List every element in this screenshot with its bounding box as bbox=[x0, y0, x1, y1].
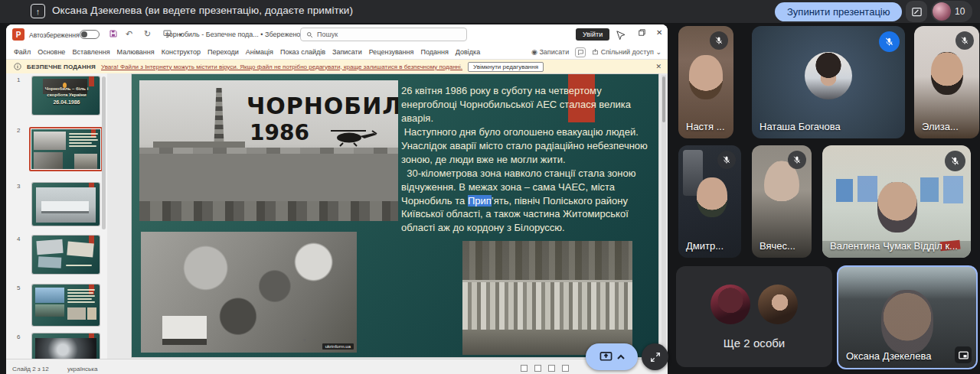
slide-thumbnail-2-selected[interactable] bbox=[29, 127, 103, 171]
ribbon-right-controls: ◉ Записати Спільний доступ ⌄ bbox=[531, 44, 662, 60]
participant-name: Наташа Богачова bbox=[760, 121, 841, 132]
autosave-toggle[interactable] bbox=[80, 30, 100, 39]
security-close-icon[interactable]: ✕ bbox=[655, 63, 662, 70]
helicopter-icon bbox=[323, 125, 380, 148]
chernobyl-photo: ЧОРНОБИЛЬ 1986 bbox=[139, 80, 398, 221]
wall-poster bbox=[920, 177, 939, 202]
collapse-arrow-icon[interactable]: ▾ bbox=[303, 337, 306, 343]
participant-video bbox=[877, 182, 917, 233]
slide-thumbnail-5[interactable] bbox=[32, 285, 100, 326]
security-title: БЕЗПЕЧНЕ ПОДАННЯ bbox=[27, 63, 96, 70]
thumb-number: 1 bbox=[17, 76, 20, 83]
security-message[interactable]: Увага! Файли з Інтернету можуть містити … bbox=[101, 63, 462, 70]
wall-poster bbox=[858, 176, 877, 202]
tile-oksana-self[interactable]: Оксана Дзекелева bbox=[837, 265, 978, 369]
normal-view-icon[interactable] bbox=[521, 365, 528, 372]
tile-dmytro[interactable]: Дмитр... bbox=[678, 145, 741, 258]
screen-share-icon bbox=[599, 350, 612, 363]
enable-editing-button[interactable]: Увімкнути редагування bbox=[468, 62, 544, 72]
participant-name: Дмитр... bbox=[686, 240, 724, 252]
tab-record[interactable]: Записати bbox=[332, 48, 362, 56]
picture-in-picture-icon[interactable] bbox=[955, 346, 972, 363]
mic-muted-icon bbox=[945, 151, 965, 171]
tab-insert[interactable]: Вставлення bbox=[72, 48, 109, 56]
pripyat-highlight: Прип bbox=[468, 195, 492, 207]
slide-thumbnail-panel: 1 Чорнобиль – біль і скорбота України 26… bbox=[6, 73, 107, 359]
tab-slideshow[interactable]: Показ слайдів bbox=[280, 48, 325, 56]
tab-draw[interactable]: Малювання bbox=[117, 48, 155, 56]
presenting-icon: ↑ bbox=[31, 4, 45, 18]
slide-counter: Слайд 2 з 12 bbox=[12, 366, 49, 372]
undo-icon[interactable]: ↶ bbox=[126, 29, 132, 39]
paragraph-2: Наступного дня було оголошено евакуацію … bbox=[401, 125, 648, 167]
current-slide: ЧОРНОБИЛЬ 1986 26 квітня 1986 року в суб… bbox=[132, 74, 658, 357]
tab-file[interactable]: Файл bbox=[14, 48, 31, 56]
presenting-controls-pill[interactable] bbox=[586, 343, 638, 370]
participant-video bbox=[697, 177, 727, 217]
close-window-icon[interactable]: ✕ bbox=[656, 28, 662, 37]
photo-year: 1986 bbox=[230, 120, 329, 145]
participants-button[interactable]: 10 bbox=[931, 1, 972, 22]
save-icon[interactable] bbox=[109, 29, 118, 38]
mic-muted-icon bbox=[956, 31, 974, 50]
participant-name: Элиза... bbox=[922, 121, 959, 132]
stop-presenting-button[interactable]: Зупинити презентацію bbox=[775, 2, 902, 21]
slide-thumbnail-3[interactable] bbox=[32, 183, 100, 226]
tile-viacheslav[interactable]: Вячес... bbox=[752, 145, 812, 258]
language-indicator[interactable]: українська bbox=[67, 366, 97, 372]
powerpoint-window: P Автозбереження ↶ ↻ ▾ чорнобиль - Безпе… bbox=[6, 24, 668, 374]
more-participants-label: Ще 2 особи bbox=[724, 337, 785, 350]
meet-screen: ↑ Оксана Дзекелева (ви ведете презентаці… bbox=[0, 0, 980, 374]
tab-animations[interactable]: Анімація bbox=[246, 48, 273, 56]
tab-review[interactable]: Рецензування bbox=[369, 48, 414, 56]
tab-home[interactable]: Основне bbox=[38, 48, 65, 56]
participant-avatar bbox=[933, 2, 951, 21]
whiteboard-icon[interactable] bbox=[906, 1, 927, 22]
thumb-number: 5 bbox=[17, 285, 20, 291]
ppt-status-bar: Слайд 2 з 12 українська bbox=[6, 359, 668, 374]
sorter-view-icon[interactable] bbox=[534, 365, 541, 372]
participant-video bbox=[931, 52, 963, 95]
tile-natasha[interactable]: Наташа Богачова bbox=[752, 26, 905, 138]
tab-transitions[interactable]: Переходи bbox=[207, 48, 239, 56]
thumb-number: 2 bbox=[17, 127, 20, 134]
participant-name: Валентина Чумак Відділ к... bbox=[830, 240, 958, 252]
reactor-ruins-photo: ukrinform.ua bbox=[141, 232, 357, 353]
sign-in-button[interactable]: Увійти bbox=[576, 28, 609, 41]
tile-eliza[interactable]: Элиза... bbox=[914, 26, 979, 138]
restore-window-icon[interactable] bbox=[639, 29, 645, 36]
tile-valentyna[interactable]: Валентина Чумак Відділ к... bbox=[822, 145, 971, 258]
participant-avatar bbox=[710, 285, 750, 324]
tile-more-participants[interactable]: Ще 2 особи bbox=[676, 266, 832, 367]
search-input[interactable]: Пошук bbox=[300, 28, 467, 41]
tab-design[interactable]: Конструктор bbox=[162, 48, 201, 56]
slide-thumbnail-4[interactable] bbox=[32, 236, 100, 274]
slide-body-text: 26 квітня 1986 року в суботу на четверто… bbox=[401, 84, 648, 235]
presenter-banner: Оксана Дзекелева (ви ведете презентацію,… bbox=[52, 5, 353, 16]
thumbnail-scrollbar[interactable] bbox=[102, 76, 106, 229]
tab-help[interactable]: Довідка bbox=[456, 48, 480, 56]
security-banner: БЕЗПЕЧНЕ ПОДАННЯ Увага! Файли з Інтернет… bbox=[6, 60, 668, 73]
ppt-content-area: 1 Чорнобиль – біль і скорбота України 26… bbox=[6, 73, 668, 359]
mic-muted-icon bbox=[879, 31, 900, 52]
redo-icon[interactable]: ↻ bbox=[144, 29, 151, 39]
tab-view[interactable]: Подання bbox=[420, 48, 448, 56]
slide-scrollbar[interactable] bbox=[662, 75, 666, 357]
tile-nastya[interactable]: Настя ... bbox=[678, 26, 733, 138]
share-button[interactable]: Спільний доступ ⌄ bbox=[592, 48, 662, 56]
comments-icon[interactable] bbox=[575, 47, 586, 57]
participant-avatar bbox=[805, 52, 852, 99]
slideshow-view-icon[interactable] bbox=[562, 365, 569, 372]
fullscreen-button[interactable] bbox=[642, 343, 668, 370]
participant-name: Вячес... bbox=[760, 240, 795, 252]
reading-view-icon[interactable] bbox=[548, 365, 555, 372]
chevron-up-icon bbox=[617, 354, 625, 359]
participant-count: 10 bbox=[955, 6, 965, 17]
wall-poster bbox=[836, 179, 853, 202]
autosave-label: Автозбереження bbox=[29, 31, 80, 39]
record-button[interactable]: ◉ Записати bbox=[531, 48, 569, 56]
slide-thumbnail-1[interactable]: Чорнобиль – біль і скорбота України 26.0… bbox=[32, 76, 100, 115]
participant-name: Настя ... bbox=[686, 121, 725, 132]
paragraph-3: 30-кілометрова зона навколо станції стал… bbox=[401, 167, 648, 236]
photo-watermark: ukrinform.ua bbox=[322, 343, 354, 350]
